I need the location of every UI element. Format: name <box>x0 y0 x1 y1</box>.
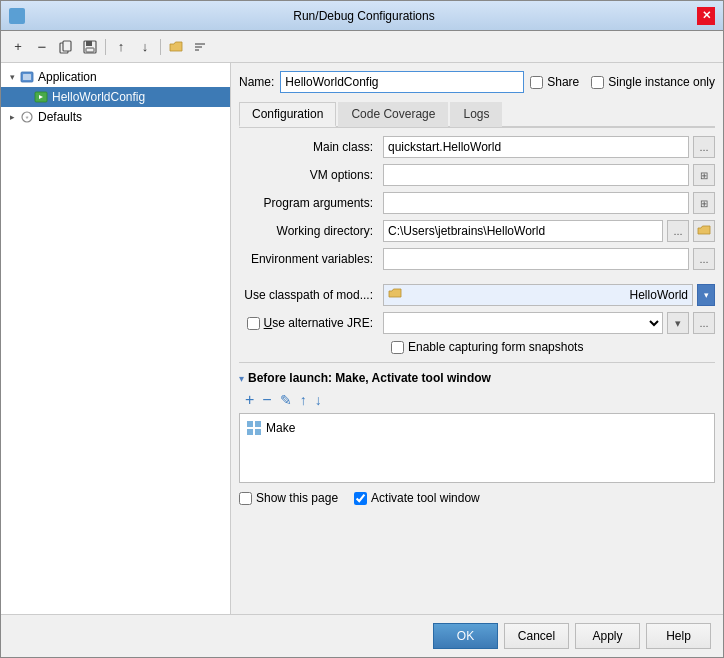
help-button[interactable]: Help <box>646 623 711 649</box>
program-args-row: Program arguments: ⊞ <box>239 192 715 214</box>
launch-item-make: Make <box>244 418 710 438</box>
before-launch-toolbar: + − ✎ ↑ ↓ <box>243 391 715 409</box>
single-instance-checkbox[interactable] <box>591 76 604 89</box>
name-label: Name: <box>239 75 274 89</box>
remove-button[interactable]: − <box>31 36 53 58</box>
before-launch-list: Make <box>239 413 715 483</box>
classpath-dropdown-btn[interactable]: ▾ <box>697 284 715 306</box>
move-up-button[interactable]: ↑ <box>110 36 132 58</box>
config-item-label: HelloWorldConfig <box>52 90 145 104</box>
env-vars-label: Environment variables: <box>239 252 379 266</box>
save-defaults-button[interactable] <box>79 36 101 58</box>
add-button[interactable]: + <box>7 36 29 58</box>
alt-jre-dropdown-arrow[interactable]: ▾ <box>667 312 689 334</box>
env-vars-input[interactable] <box>383 248 689 270</box>
working-dir-browse-btn[interactable]: ... <box>667 220 689 242</box>
config-item-icon <box>33 89 49 105</box>
program-args-btn[interactable]: ⊞ <box>693 192 715 214</box>
classpath-row: Use classpath of mod...: HelloWorld ▾ <box>239 284 715 306</box>
main-class-input[interactable] <box>383 136 689 158</box>
footer: OK Cancel Apply Help <box>1 614 723 657</box>
sort-button[interactable] <box>189 36 211 58</box>
tree-item-defaults[interactable]: ▸ * Defaults <box>1 107 230 127</box>
tree-panel: ▾ Application ▸ HelloWorldConfig ▸ * <box>1 63 231 614</box>
activate-window-text: Activate tool window <box>371 491 480 505</box>
defaults-label: Defaults <box>38 110 82 124</box>
main-toolbar: + − ↑ ↓ <box>1 31 723 63</box>
single-instance-label: Single instance only <box>608 75 715 89</box>
before-launch-label: Before launch: Make, Activate tool windo… <box>248 371 491 385</box>
before-launch-arrow[interactable]: ▾ <box>239 373 244 384</box>
expand-arrow-application: ▾ <box>5 70 19 84</box>
bl-remove-btn[interactable]: − <box>260 391 273 409</box>
working-dir-label: Working directory: <box>239 224 379 238</box>
open-folder-button[interactable] <box>165 36 187 58</box>
alt-jre-row: Use alternative JRE: ▾ ... <box>239 312 715 334</box>
config-content: Main class: ... VM options: ⊞ Program ar… <box>239 136 715 606</box>
capture-checkbox[interactable] <box>391 341 404 354</box>
svg-rect-9 <box>23 74 31 80</box>
make-icon <box>246 420 262 436</box>
ok-button[interactable]: OK <box>433 623 498 649</box>
bl-edit-btn[interactable]: ✎ <box>278 392 294 408</box>
svg-rect-16 <box>247 429 253 435</box>
alt-jre-label: Use alternative JRE: <box>264 316 373 330</box>
bl-down-btn[interactable]: ↓ <box>313 392 324 408</box>
env-vars-browse-btn[interactable]: ... <box>693 248 715 270</box>
main-class-browse-btn[interactable]: ... <box>693 136 715 158</box>
alt-jre-checkbox[interactable] <box>247 317 260 330</box>
capture-label[interactable]: Enable capturing form snapshots <box>391 340 583 354</box>
tree-item-application[interactable]: ▾ Application <box>1 67 230 87</box>
activate-window-checkbox[interactable] <box>354 492 367 505</box>
tree-item-helloworldconfig[interactable]: ▸ HelloWorldConfig <box>1 87 230 107</box>
vm-options-label: VM options: <box>239 168 379 182</box>
name-input[interactable] <box>280 71 524 93</box>
share-checkbox[interactable] <box>530 76 543 89</box>
single-instance-checkbox-label[interactable]: Single instance only <box>591 75 715 89</box>
tab-logs[interactable]: Logs <box>450 102 502 127</box>
capture-row: Enable capturing form snapshots <box>247 340 715 354</box>
copy-button[interactable] <box>55 36 77 58</box>
window-title: Run/Debug Configurations <box>31 9 697 23</box>
name-row: Name: Share Single instance only <box>239 71 715 93</box>
application-group-icon <box>19 69 35 85</box>
vm-options-btn[interactable]: ⊞ <box>693 164 715 186</box>
svg-rect-17 <box>255 429 261 435</box>
alt-jre-browse-btn[interactable]: ... <box>693 312 715 334</box>
defaults-icon: * <box>19 109 35 125</box>
svg-rect-1 <box>63 41 71 51</box>
working-dir-folder-btn[interactable] <box>693 220 715 242</box>
bottom-options: Show this page Activate tool window <box>239 491 715 505</box>
working-dir-input[interactable] <box>383 220 663 242</box>
config-tabs: Configuration Code Coverage Logs <box>239 101 715 128</box>
svg-text:*: * <box>26 114 29 123</box>
show-page-label[interactable]: Show this page <box>239 491 338 505</box>
vm-options-row: VM options: ⊞ <box>239 164 715 186</box>
tab-configuration[interactable]: Configuration <box>239 102 336 127</box>
program-args-input[interactable] <box>383 192 689 214</box>
title-bar: Run/Debug Configurations ✕ <box>1 1 723 31</box>
capture-text: Enable capturing form snapshots <box>408 340 583 354</box>
make-label: Make <box>266 421 295 435</box>
share-label: Share <box>547 75 579 89</box>
classpath-label: Use classpath of mod...: <box>239 288 379 302</box>
working-dir-row: Working directory: ... <box>239 220 715 242</box>
main-class-label: Main class: <box>239 140 379 154</box>
classpath-value: HelloWorld <box>630 288 688 302</box>
show-page-checkbox[interactable] <box>239 492 252 505</box>
alt-jre-select[interactable] <box>383 312 663 334</box>
vm-options-input[interactable] <box>383 164 689 186</box>
tab-code-coverage[interactable]: Code Coverage <box>338 102 448 127</box>
cancel-button[interactable]: Cancel <box>504 623 569 649</box>
share-checkbox-label[interactable]: Share <box>530 75 579 89</box>
apply-button[interactable]: Apply <box>575 623 640 649</box>
classpath-select[interactable]: HelloWorld <box>383 284 693 306</box>
bl-up-btn[interactable]: ↑ <box>298 392 309 408</box>
title-bar-icon <box>9 8 25 24</box>
folder-icon <box>388 288 402 303</box>
main-class-row: Main class: ... <box>239 136 715 158</box>
move-down-button[interactable]: ↓ <box>134 36 156 58</box>
activate-window-label[interactable]: Activate tool window <box>354 491 480 505</box>
bl-add-btn[interactable]: + <box>243 391 256 409</box>
close-button[interactable]: ✕ <box>697 7 715 25</box>
